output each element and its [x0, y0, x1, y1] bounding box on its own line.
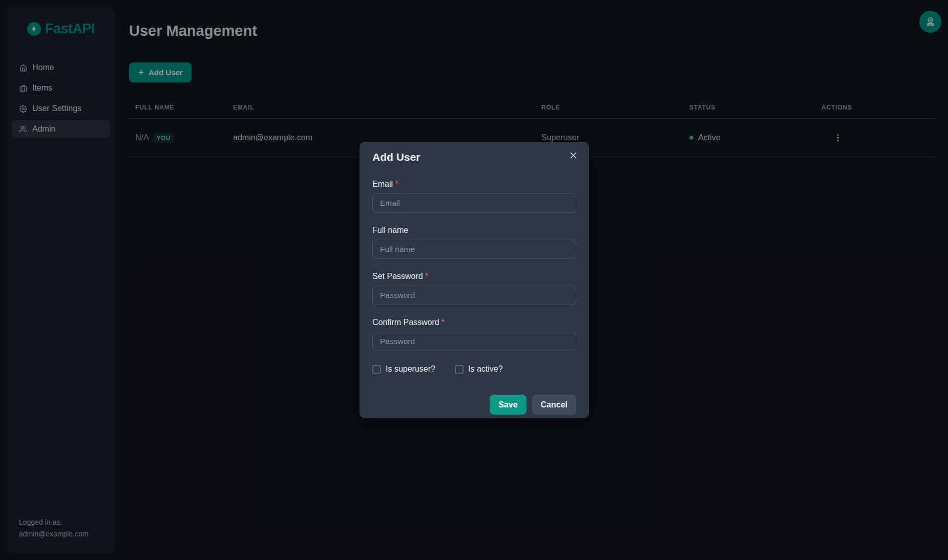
- set-password-label-text: Set Password: [372, 272, 423, 281]
- confirm-password-input[interactable]: [372, 332, 576, 351]
- close-icon: [569, 151, 578, 160]
- full-name-label: Full name: [372, 226, 576, 235]
- confirm-password-field-group: Confirm Password*: [372, 318, 576, 351]
- confirm-password-label: Confirm Password*: [372, 318, 576, 327]
- modal-close-button[interactable]: [567, 149, 580, 162]
- modal-title: Add User: [372, 151, 576, 163]
- required-asterisk: *: [395, 180, 398, 188]
- is-superuser-label: Is superuser?: [386, 364, 435, 374]
- full-name-field-group: Full name: [372, 226, 576, 259]
- required-asterisk: *: [441, 318, 445, 327]
- email-field-group: Email*: [372, 180, 576, 213]
- confirm-password-label-text: Confirm Password: [372, 318, 439, 327]
- is-active-checkbox-field[interactable]: Is active?: [455, 364, 537, 374]
- add-user-modal: Add User Email* Full name Set Password* …: [360, 142, 589, 418]
- email-input[interactable]: [372, 193, 576, 213]
- email-label: Email*: [372, 180, 576, 189]
- cancel-button[interactable]: Cancel: [532, 395, 576, 415]
- full-name-input[interactable]: [372, 240, 576, 259]
- set-password-label: Set Password*: [372, 272, 576, 281]
- email-label-text: Email: [372, 180, 393, 188]
- set-password-field-group: Set Password*: [372, 272, 576, 305]
- full-name-label-text: Full name: [372, 226, 408, 234]
- is-superuser-checkbox-field[interactable]: Is superuser?: [372, 364, 455, 374]
- required-asterisk: *: [425, 272, 428, 281]
- save-button[interactable]: Save: [490, 395, 526, 415]
- set-password-input[interactable]: [372, 286, 576, 305]
- is-active-label: Is active?: [468, 364, 503, 374]
- is-superuser-checkbox[interactable]: [372, 365, 381, 374]
- is-active-checkbox[interactable]: [455, 365, 464, 374]
- modal-actions: Save Cancel: [372, 395, 576, 415]
- modal-checkbox-row: Is superuser? Is active?: [372, 364, 576, 374]
